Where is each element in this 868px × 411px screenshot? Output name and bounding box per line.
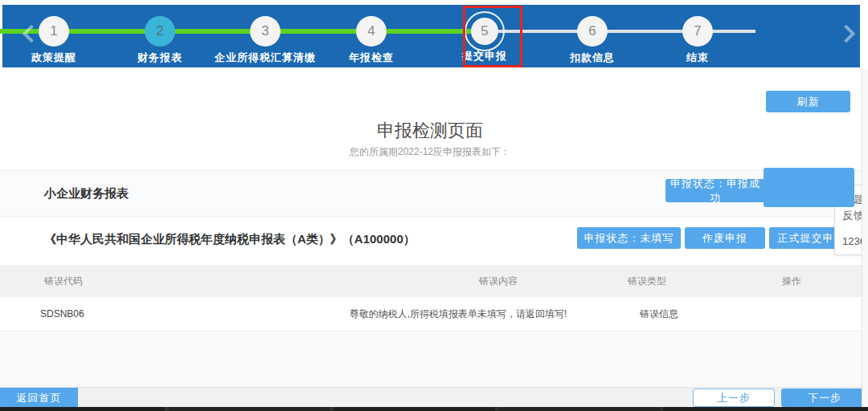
- report-name: 《中华人民共和国企业所得税年度纳税申报表（A类）》（A100000）: [44, 232, 416, 247]
- step-circle-7: 7: [682, 16, 713, 47]
- step-circle-3: 3: [250, 16, 280, 47]
- step-label-1: 政策提醒: [0, 51, 110, 65]
- step-circle-5-current: 5: [471, 18, 498, 45]
- stepper-step-finish[interactable]: 7 结束: [641, 11, 754, 65]
- step-label-4: 年报检查: [315, 51, 428, 65]
- step-circle-1: 1: [39, 16, 69, 47]
- header-error-code: 错误代码: [44, 275, 83, 288]
- chevron-right-icon[interactable]: [837, 25, 856, 43]
- step-label-2: 财务报表: [104, 51, 216, 65]
- report-name: 小企业财务报表: [44, 186, 129, 201]
- step-label-3: 企业所得税汇算清缴: [209, 51, 321, 65]
- refresh-button[interactable]: 刷新: [766, 91, 850, 112]
- step-circle-2: 2: [145, 16, 175, 47]
- step-label-7: 结束: [641, 51, 754, 65]
- stepper-step-annual-check[interactable]: 4 年报检查: [315, 11, 428, 65]
- report1-status-button[interactable]: 申报状态：申报成功: [665, 179, 765, 202]
- header-error-type: 错误类型: [628, 275, 666, 288]
- stepper-step-payment[interactable]: 6 扣款信息: [536, 11, 649, 65]
- vertical-scrollbar[interactable]: [862, 69, 868, 407]
- back-home-button[interactable]: 返回首页: [0, 388, 78, 408]
- stepper-step-income-tax[interactable]: 3 企业所得税汇算清缴: [209, 11, 321, 65]
- error-content-value: 尊敬的纳税人,所得税填报表单未填写，请返回填写!: [350, 307, 567, 321]
- next-step-button[interactable]: 下一步: [781, 389, 868, 407]
- window-bottom-edge: [0, 407, 868, 411]
- error-table-row: SDSNB06 尊敬的纳税人,所得税填报表单未填写，请返回填写! 错误信息: [0, 297, 868, 332]
- void-declaration-button[interactable]: 作废申报: [685, 227, 765, 249]
- stepper-step-submit[interactable]: 5 提交申报: [428, 11, 541, 63]
- page-title: 申报检测页面: [0, 119, 860, 143]
- page-subtitle: 您的所属期2022-12应申报报表如下：: [0, 145, 860, 159]
- previous-step-button[interactable]: 上一步: [693, 389, 775, 407]
- content-lower-padding: [0, 332, 868, 387]
- step-progress-header: 1 政策提醒 2 财务报表 3 企业所得税汇算清缴 4 年报检查 5 提交申报 …: [2, 5, 860, 67]
- header-error-content: 错误内容: [479, 275, 518, 288]
- step-circle-6: 6: [577, 16, 608, 47]
- step-circle-4: 4: [356, 16, 387, 47]
- report2-status-button[interactable]: 申报状态：未填写: [577, 227, 681, 249]
- error-code-value: SDSNB06: [40, 308, 84, 319]
- error-table-header: 错误代码 错误内容 错误类型 操作: [0, 265, 868, 297]
- step-label-6: 扣款信息: [536, 51, 649, 65]
- error-type-value: 错误信息: [640, 307, 678, 321]
- stepper-step-financial[interactable]: 2 财务报表: [104, 11, 216, 65]
- header-action: 操作: [782, 275, 801, 288]
- stepper-step-policy[interactable]: 1 政策提醒: [0, 11, 110, 65]
